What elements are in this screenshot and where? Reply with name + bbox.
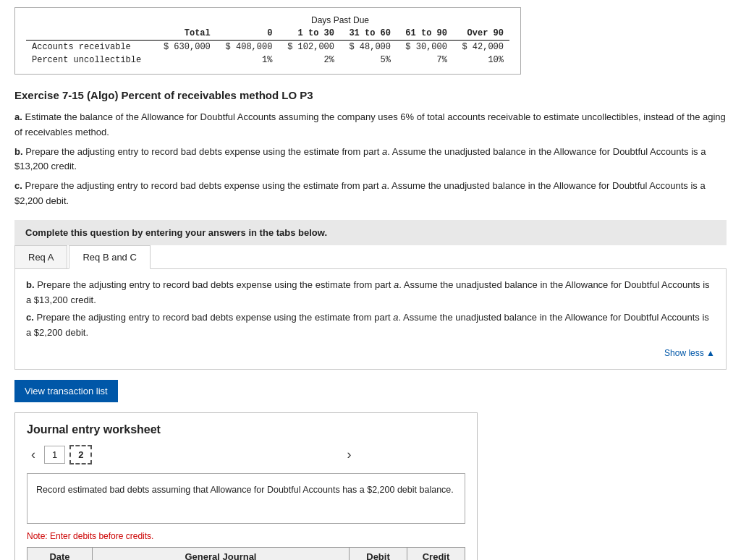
col-31to60: 31 to 60 [340, 27, 397, 41]
days-past-due-header: Days Past Due [26, 15, 509, 25]
tab-part-b: b. Prepare the adjusting entry to record… [26, 278, 715, 308]
row-0: $ 408,000 [216, 41, 279, 54]
col-debit-header: Debit [350, 548, 407, 560]
row-total [154, 54, 216, 67]
part-b-paragraph: b. Prepare the adjusting entry to record… [14, 145, 727, 175]
worksheet-title: Journal entry worksheet [27, 423, 465, 436]
row-total: $ 630,000 [154, 41, 216, 54]
row-over90: 10% [453, 54, 509, 67]
col-total: Total [154, 27, 216, 41]
col-over90: Over 90 [453, 27, 509, 41]
table-row: Percent uncollectible 1% 2% 5% 7% 10% [26, 54, 509, 67]
part-a-bold: a. [14, 111, 22, 122]
tabs-container: Req A Req B and C [14, 245, 727, 269]
page-1-label: 1 [52, 449, 57, 460]
page-2-button[interactable]: 2 [69, 445, 92, 464]
note-text: Note: Enter debits before credits. [27, 531, 465, 541]
page-nav: ‹ 1 2 › [27, 445, 465, 464]
tab-req-a-label: Req A [28, 252, 54, 263]
row-label: Percent uncollectible [26, 54, 154, 67]
tab-req-a[interactable]: Req A [14, 245, 67, 268]
aging-table: Total 0 1 to 30 31 to 60 61 to 90 Over 9… [26, 27, 509, 67]
journal-table: Date General Journal Debit Credit [27, 547, 465, 560]
col-61to90: 61 to 90 [397, 27, 453, 41]
prev-page-arrow[interactable]: ‹ [27, 447, 40, 462]
tab-req-b-c[interactable]: Req B and C [69, 245, 150, 269]
row-61to90: 7% [397, 54, 453, 67]
row-0: 1% [216, 54, 279, 67]
row-1to30: $ 102,000 [278, 41, 340, 54]
table-row: Accounts receivable $ 630,000 $ 408,000 … [26, 41, 509, 54]
tab-req-b-c-label: Req B and C [82, 252, 136, 263]
part-c-paragraph: c. Prepare the adjusting entry to record… [14, 179, 727, 209]
part-a-paragraph: a. Estimate the balance of the Allowance… [14, 110, 727, 140]
part-c-italic: a [381, 180, 386, 191]
instruction-text: Complete this question by entering your … [25, 227, 327, 238]
page-1-button[interactable]: 1 [44, 446, 65, 464]
col-general-journal-header: General Journal [93, 548, 350, 560]
tab-part-c: c. Prepare the adjusting entry to record… [26, 310, 715, 341]
aging-table-container: Days Past Due Total 0 1 to 30 31 to 60 6… [14, 7, 521, 75]
problem-text: a. Estimate the balance of the Allowance… [14, 110, 727, 209]
part-b-bold: b. [14, 146, 23, 157]
view-transaction-label: View transaction list [25, 386, 108, 396]
next-page-arrow[interactable]: › [342, 447, 355, 462]
instruction-box: Complete this question by entering your … [14, 220, 727, 245]
row-31to60: $ 48,000 [340, 41, 397, 54]
table-header-row: Date General Journal Debit Credit [27, 548, 465, 560]
worksheet-container: Journal entry worksheet ‹ 1 2 › Record e… [14, 412, 478, 560]
tab-part-b-bold: b. [26, 279, 35, 290]
record-description-box: Record estimated bad debts assuming that… [27, 473, 465, 524]
row-61to90: $ 30,000 [397, 41, 453, 54]
col-credit-header: Credit [407, 548, 465, 560]
record-description-text: Record estimated bad debts assuming that… [36, 485, 454, 495]
tab-part-c-text: Prepare the adjusting entry to record ba… [36, 312, 393, 323]
tab-part-b-text: Prepare the adjusting entry to record ba… [37, 279, 394, 290]
show-less-link[interactable]: Show less [26, 347, 715, 360]
exercise-title: Exercise 7-15 (Algo) Percent of receivab… [14, 89, 727, 101]
col-date-header: Date [27, 548, 93, 560]
view-transaction-button[interactable]: View transaction list [14, 380, 118, 402]
row-label: Accounts receivable [26, 41, 154, 54]
tab-part-c-bold: c. [26, 312, 34, 323]
show-less-label: Show less [664, 348, 704, 358]
page-2-label: 2 [78, 449, 83, 460]
tab-part-c-italic: a [393, 312, 398, 323]
part-c-text: Prepare the adjusting entry to record ba… [25, 180, 381, 191]
col-1to30: 1 to 30 [278, 27, 340, 41]
col-label [26, 27, 154, 41]
col-0: 0 [216, 27, 279, 41]
part-b-text: Prepare the adjusting entry to record ba… [25, 146, 382, 157]
tab-content: b. Prepare the adjusting entry to record… [14, 269, 727, 370]
part-a-text: Estimate the balance of the Allowance fo… [14, 111, 726, 137]
row-1to30: 2% [278, 54, 340, 67]
part-c-bold: c. [14, 180, 22, 191]
row-31to60: 5% [340, 54, 397, 67]
row-over90: $ 42,000 [453, 41, 509, 54]
